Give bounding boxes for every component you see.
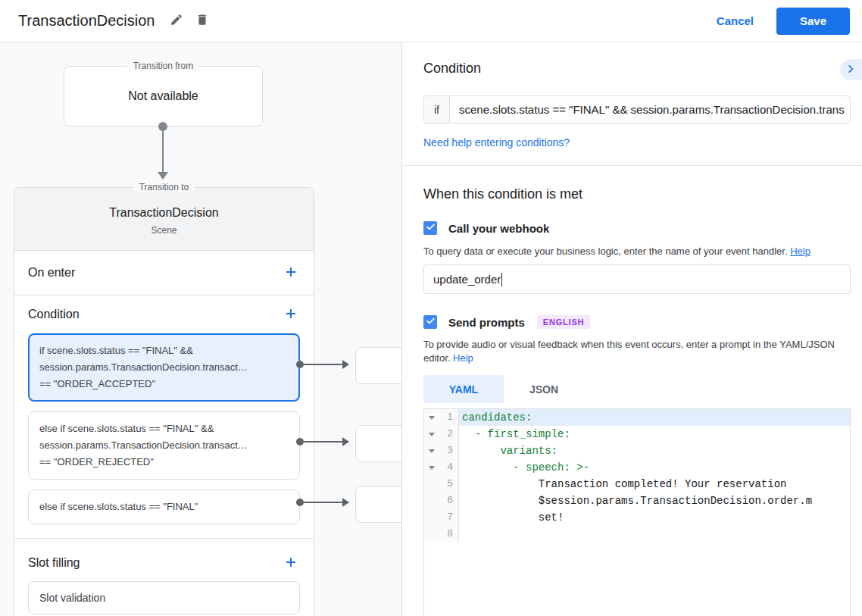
prompts-description: To provide audio or visual feedback when… (423, 338, 851, 365)
slot-filling-label: Slot filling (28, 556, 80, 570)
on-enter-section: On enter (14, 251, 314, 295)
connector-dot (296, 438, 304, 446)
send-prompts-checkbox[interactable] (423, 315, 437, 329)
editor-gutter: 5 (424, 476, 459, 492)
panel-title: Condition (423, 61, 481, 77)
line-number: 7 (435, 509, 458, 526)
condition-expression-value[interactable]: scene.slots.status == "FINAL" && session… (450, 96, 850, 123)
code-line[interactable]: 2 - first_simple: (424, 426, 850, 442)
code-text: set! (459, 509, 850, 526)
code-line[interactable]: 3 variants: (424, 442, 850, 459)
code-line[interactable]: 1 candidates: (424, 409, 850, 426)
transition-from-legend: Transition from (127, 61, 200, 71)
conditions-help-link[interactable]: Need help entering conditions? (423, 136, 570, 149)
event-handler-value: update_order (433, 273, 501, 286)
slot-filling-section-header: Slot filling (14, 545, 314, 581)
tab-yaml[interactable]: YAML (423, 375, 504, 403)
call-webhook-checkbox[interactable] (423, 221, 437, 235)
connector-dot (296, 499, 304, 506)
checkmark-icon (426, 221, 436, 235)
webhook-description-text: To query data or execute your business l… (423, 245, 788, 257)
fold-arrow-icon[interactable] (429, 416, 435, 420)
code-text: - speech: >- (459, 459, 850, 476)
arrow-down-icon (158, 172, 168, 180)
editor-gutter: 4 (424, 459, 459, 476)
editor-gutter: 7 (424, 509, 459, 526)
fold-arrow-icon[interactable] (429, 449, 435, 453)
editor-format-tabs: YAML JSON (423, 375, 584, 403)
code-text (459, 526, 850, 543)
line-number: 8 (435, 526, 458, 543)
yaml-code-editor[interactable]: 1 candidates: 2 - first_simple: 3 varian… (423, 408, 851, 616)
divider (402, 165, 862, 166)
connector-line (162, 127, 164, 173)
scene-type-label: Scene (14, 225, 314, 236)
add-condition-button[interactable] (282, 305, 300, 324)
arrow-right-icon (342, 498, 349, 507)
code-text: candidates: (459, 409, 850, 426)
tab-json[interactable]: JSON (504, 375, 584, 403)
send-prompts-label: Send prompts (448, 316, 525, 329)
transition-target-box[interactable] (355, 347, 401, 384)
line-number: 2 (435, 426, 458, 442)
top-bar: TransactionDecision Cancel Save (0, 0, 862, 42)
connector-line (304, 364, 342, 365)
condition-card-accepted[interactable]: if scene.slots.status == "FINAL" && sess… (28, 333, 300, 402)
slot-cards: Slot validation (14, 581, 314, 614)
prompts-description-text: To provide audio or visual feedback when… (423, 339, 835, 364)
code-line[interactable]: 6 $session.params.TransactionDecision.or… (424, 492, 850, 509)
edit-scene-button[interactable] (164, 8, 189, 34)
chevron-right-icon (845, 64, 856, 77)
pencil-icon (170, 13, 183, 29)
slot-validation-card[interactable]: Slot validation (28, 581, 300, 614)
save-button[interactable]: Save (776, 8, 850, 35)
fold-arrow-icon[interactable] (429, 433, 435, 436)
condition-detail-panel: Condition if scene.slots.status == "FINA… (401, 42, 862, 616)
transition-from-box: Transition from Not available (64, 66, 263, 127)
code-line[interactable]: 7 set! (424, 509, 850, 526)
call-webhook-row: Call your webhook (423, 221, 549, 235)
editor-gutter: 1 (424, 409, 459, 426)
condition-expression-field[interactable]: if scene.slots.status == "FINAL" && sess… (423, 95, 851, 124)
webhook-description: To query data or execute your business l… (423, 245, 851, 258)
add-on-enter-button[interactable] (282, 264, 300, 282)
plus-icon (285, 266, 297, 280)
trash-icon (195, 13, 209, 29)
event-handler-input[interactable]: update_order (423, 264, 851, 294)
line-number: 1 (435, 409, 458, 426)
condition-card-rejected[interactable]: else if scene.slots.status == "FINAL" &&… (28, 411, 300, 480)
line-number: 4 (435, 459, 458, 476)
collapse-panel-button[interactable] (840, 59, 862, 80)
editor-gutter: 2 (424, 426, 459, 442)
transition-to-card: Transition to TransactionDecision Scene … (14, 187, 314, 616)
cancel-button[interactable]: Cancel (717, 14, 754, 27)
arrow-right-icon (342, 437, 349, 446)
line-number: 6 (435, 492, 458, 509)
webhook-help-link[interactable]: Help (790, 245, 810, 257)
transition-target-box[interactable] (355, 425, 401, 462)
line-number: 3 (435, 442, 458, 459)
delete-scene-button[interactable] (189, 8, 215, 34)
on-enter-label: On enter (28, 266, 75, 280)
transition-target-box[interactable] (355, 486, 401, 523)
transition-to-legend: Transition to (133, 182, 195, 192)
condition-section-header: Condition (14, 295, 314, 333)
editor-gutter: 6 (424, 492, 459, 509)
scene-diagram-canvas: Transition from Not available Transition… (0, 42, 401, 616)
plus-icon (285, 308, 297, 322)
arrow-right-icon (342, 360, 349, 369)
code-line[interactable]: 8 (424, 526, 850, 543)
connector-line (304, 502, 342, 503)
scene-name: TransactionDecision (14, 206, 314, 220)
if-prefix-label: if (424, 96, 450, 123)
transition-from-value: Not available (128, 89, 198, 103)
fold-arrow-icon[interactable] (429, 466, 435, 470)
prompts-help-link[interactable]: Help (453, 352, 473, 364)
code-line[interactable]: 5 Transaction completed! Your reservatio… (424, 476, 850, 492)
condition-card-final[interactable]: else if scene.slots.status == "FINAL" (28, 489, 300, 524)
code-line[interactable]: 4 - speech: >- (424, 459, 850, 476)
plus-icon (285, 556, 297, 571)
call-webhook-label: Call your webhook (448, 222, 549, 235)
code-text: - first_simple: (459, 426, 850, 442)
add-slot-button[interactable] (282, 554, 300, 572)
